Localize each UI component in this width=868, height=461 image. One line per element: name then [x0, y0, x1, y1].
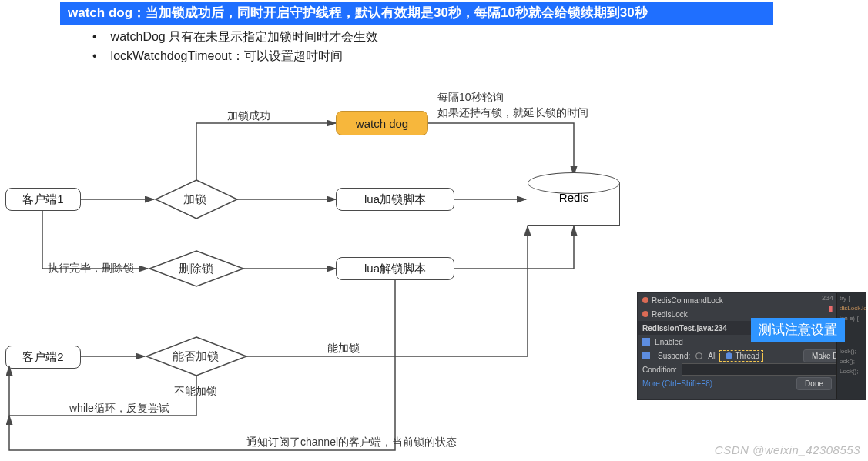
radio-thread-highlight[interactable]: Thread	[719, 350, 763, 362]
node-lua-unlock: lua解锁脚本	[336, 257, 454, 280]
diamond-delete-label: 删除锁	[179, 262, 213, 276]
bullet-item: watchDog 只有在未显示指定加锁时间时才会生效	[92, 29, 378, 45]
breakpoint-dot-icon	[642, 297, 648, 303]
ide-code-line: disLock.lock();	[837, 303, 866, 313]
watermark: CSDN @weixin_42308553	[715, 443, 860, 456]
diamond-lock-label: 加锁	[183, 192, 206, 207]
node-lua-lock: lua加锁脚本	[336, 188, 454, 211]
ide-code-line: ock();	[837, 356, 866, 366]
ide-suspend-row: Suspend: All Thread Make Default	[638, 349, 866, 362]
radio-thread[interactable]	[726, 352, 732, 359]
callout-test-setting: 测试注意设置	[751, 318, 845, 342]
checkbox-icon[interactable]	[642, 338, 650, 346]
banner-heading: watch dog：当加锁成功后，同时开启守护线程，默认有效期是30秒，每隔10…	[60, 2, 773, 25]
ide-code-column: try { disLock.lock(); ion e) { lock(); o…	[836, 293, 866, 399]
ide-line-number: 234	[822, 294, 833, 302]
breakpoint-dot-icon	[642, 311, 648, 317]
label-notify-channel: 通知订阅了channel的客户端，当前锁的状态	[246, 436, 457, 449]
checkbox-icon[interactable]	[642, 352, 650, 359]
ide-code-line: lock();	[837, 346, 866, 356]
done-button[interactable]: Done	[796, 377, 832, 390]
ide-code-line: Lock();	[837, 366, 866, 376]
ide-footer-row: More (Ctrl+Shift+F8) Done	[638, 376, 866, 390]
label-lock-success: 加锁成功	[227, 109, 270, 123]
node-client2: 客户端2	[5, 346, 81, 369]
label-exec-done: 执行完毕，删除锁	[48, 262, 134, 276]
node-watchdog: watch dog	[336, 111, 428, 135]
ide-code-line: try {	[837, 293, 866, 303]
label-canlock-yes: 能加锁	[327, 342, 360, 356]
label-canlock-no: 不能加锁	[174, 385, 217, 399]
bullet-item: lockWatchdogTimeout：可以设置超时时间	[92, 48, 378, 65]
bullet-list: watchDog 只有在未显示指定加锁时间时才会生效 lockWatchdogT…	[92, 29, 378, 68]
ide-condition-row: Condition:	[638, 362, 866, 376]
ide-breakpoint-popup: try { disLock.lock(); ion e) { lock(); o…	[637, 292, 866, 400]
more-link[interactable]: More (Ctrl+Shift+F8)	[642, 379, 712, 388]
label-while-loop: while循环，反复尝试	[69, 402, 169, 416]
diamond-canlock-label: 能否加锁	[173, 349, 219, 364]
radio-all[interactable]	[695, 352, 702, 359]
node-redis: Redis	[528, 183, 620, 226]
node-client1: 客户端1	[5, 188, 81, 211]
ide-gutter-icon: ▮	[829, 304, 833, 312]
label-poll1: 每隔10秒轮询	[437, 91, 504, 105]
label-poll2: 如果还持有锁，就延长锁的时间	[437, 106, 588, 120]
